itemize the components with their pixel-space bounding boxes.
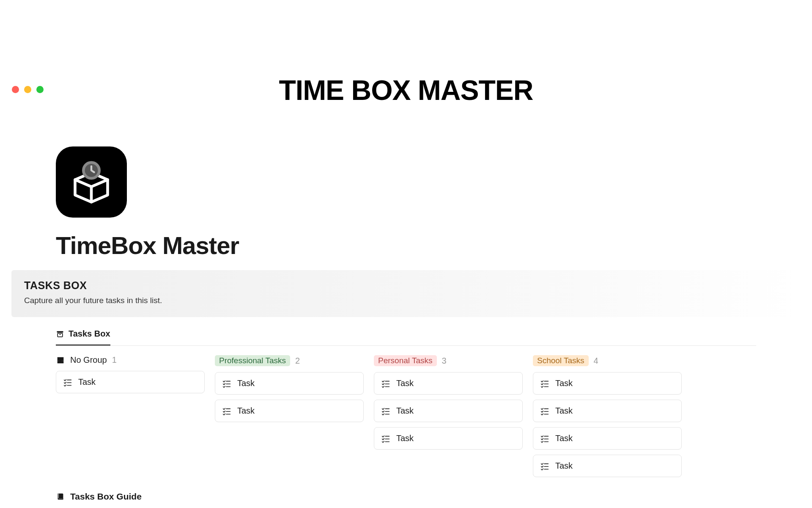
task-title: Task — [555, 461, 573, 471]
board-column: Personal Tasks3TaskTaskTask — [374, 355, 523, 455]
view-tabs: Tasks Box — [56, 329, 756, 346]
task-title: Task — [78, 377, 96, 387]
callout-subtitle: Capture all your future tasks in this li… — [24, 296, 788, 305]
app-icon — [56, 146, 127, 218]
page-title: TimeBox Master — [56, 231, 756, 260]
svg-rect-4 — [58, 361, 64, 363]
tasks-box-callout: TASKS BOX Capture all your future tasks … — [11, 270, 801, 317]
column-count: 3 — [442, 356, 447, 366]
checklist-icon — [381, 434, 390, 443]
inbox-icon — [56, 356, 65, 365]
task-title: Task — [396, 433, 414, 443]
book-icon — [56, 492, 65, 501]
task-title: Task — [396, 378, 414, 388]
svg-rect-2 — [58, 333, 63, 337]
svg-rect-1 — [57, 331, 63, 332]
task-card[interactable]: Task — [533, 427, 682, 450]
task-title: Task — [237, 406, 255, 416]
minimize-window-icon[interactable] — [24, 86, 31, 93]
task-card[interactable]: Task — [215, 400, 364, 422]
checklist-icon — [540, 461, 549, 471]
checklist-icon — [540, 379, 549, 388]
task-card[interactable]: Task — [533, 400, 682, 422]
svg-rect-36 — [58, 499, 63, 499]
column-header[interactable]: Professional Tasks2 — [215, 355, 364, 366]
column-header[interactable]: School Tasks4 — [533, 355, 682, 366]
column-count: 1 — [112, 355, 117, 365]
task-card[interactable]: Task — [533, 372, 682, 395]
tab-label: Tasks Box — [69, 329, 110, 339]
checklist-icon — [381, 406, 390, 416]
checklist-icon — [540, 434, 549, 443]
board-column: Professional Tasks2TaskTask — [215, 355, 364, 427]
column-chip: School Tasks — [533, 355, 589, 366]
kanban-board: No Group1TaskProfessional Tasks2TaskTask… — [56, 355, 756, 482]
task-title: Task — [555, 406, 573, 416]
close-window-icon[interactable] — [12, 86, 19, 93]
archive-icon — [56, 330, 64, 338]
task-title: Task — [555, 433, 573, 443]
checklist-icon — [540, 406, 549, 416]
task-title: Task — [396, 406, 414, 416]
task-card[interactable]: Task — [374, 400, 523, 422]
board-column: No Group1Task — [56, 355, 205, 398]
column-chip: Personal Tasks — [374, 355, 437, 366]
window-controls[interactable] — [12, 86, 44, 93]
column-chip: Professional Tasks — [215, 355, 290, 366]
task-card[interactable]: Task — [374, 372, 523, 395]
task-title: Task — [555, 378, 573, 388]
checklist-icon — [381, 379, 390, 388]
board-column: School Tasks4TaskTaskTaskTask — [533, 355, 682, 482]
tab-tasks-box[interactable]: Tasks Box — [56, 329, 110, 345]
checklist-icon — [222, 406, 231, 416]
hero-title: TIME BOX MASTER — [0, 74, 812, 106]
callout-title: TASKS BOX — [24, 279, 788, 292]
tasks-box-guide-link[interactable]: Tasks Box Guide — [56, 491, 756, 502]
svg-rect-3 — [59, 334, 61, 335]
task-card[interactable]: Task — [533, 455, 682, 477]
column-count: 2 — [295, 356, 300, 366]
column-header[interactable]: Personal Tasks3 — [374, 355, 523, 366]
checklist-icon — [222, 379, 231, 388]
guide-label: Tasks Box Guide — [70, 491, 142, 502]
column-header[interactable]: No Group1 — [56, 355, 205, 365]
column-label: No Group — [70, 355, 107, 365]
box-clock-icon — [68, 159, 115, 205]
checklist-icon — [63, 378, 72, 387]
maximize-window-icon[interactable] — [36, 86, 44, 93]
task-card[interactable]: Task — [374, 427, 523, 450]
task-card[interactable]: Task — [56, 371, 205, 393]
task-title: Task — [237, 378, 255, 388]
task-card[interactable]: Task — [215, 372, 364, 395]
column-count: 4 — [594, 356, 598, 366]
